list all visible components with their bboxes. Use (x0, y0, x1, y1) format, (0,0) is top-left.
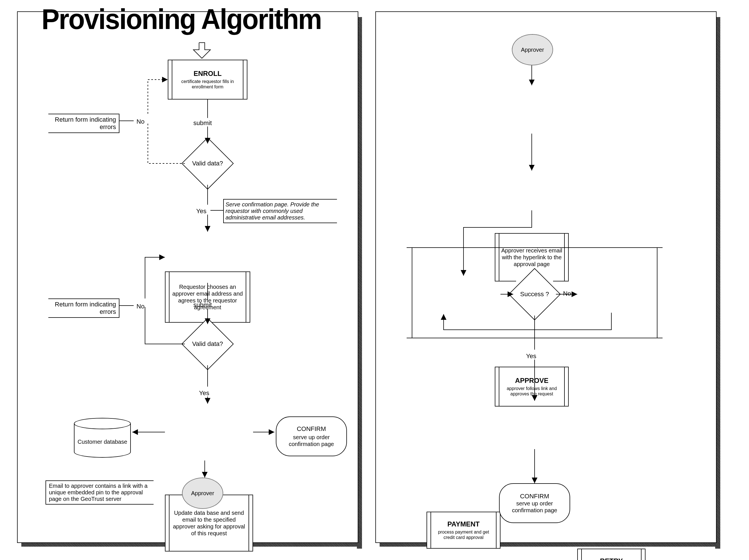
payment-heading: PAYMENT (447, 520, 479, 528)
confirm-right-heading: CONFIRM (520, 493, 549, 500)
submit2-label: submit (193, 301, 212, 309)
yes2-label: Yes (199, 389, 209, 397)
return-errors1: Return form indicating errors (48, 114, 120, 133)
approver-start-text: Approver (521, 46, 544, 53)
approve-sub: approver follows link and approves the r… (501, 386, 562, 396)
success-yes: Yes (526, 352, 536, 360)
enroll-heading: ENROLL (194, 70, 222, 78)
valid1-text: Valid data? (189, 145, 226, 182)
enroll-sub: certificate requestor fills in enrollmen… (174, 79, 241, 89)
yes1-label: Yes (196, 208, 207, 215)
process-approve: APPROVE approver follows link and approv… (495, 367, 569, 407)
payment-sub: process payment and get credit card appr… (433, 529, 494, 540)
submit1-label: submit (193, 120, 212, 127)
page-title: Provisioning Algorithm (42, 3, 321, 36)
email-note-text: Email to approver contains a link with a… (49, 483, 148, 502)
update-db-text: Update data base and send email to the s… (171, 510, 247, 537)
confirm-left-heading: CONFIRM (297, 425, 326, 433)
approver-start: Approver (512, 34, 553, 65)
approver-terminator-text: Approver (191, 490, 214, 497)
confirm-left-sub: serve up order confirmation page (282, 434, 341, 448)
process-choose-approver: Requestor chooses an approver email addr… (165, 272, 250, 323)
decision-valid2: Valid data? (189, 325, 226, 362)
confirm-left: CONFIRM serve up order confirmation page (276, 416, 347, 456)
valid2-text: Valid data? (189, 325, 226, 362)
confirm-right-sub: serve up order confirmation page (505, 500, 564, 514)
serve-confirm-note: Serve confirmation page. Provide the req… (223, 199, 337, 223)
decision-valid1: Valid data? (189, 145, 226, 182)
success-text: Success ? (516, 276, 553, 313)
decision-success: Success ? (516, 276, 553, 313)
success-no: No (563, 290, 571, 297)
customer-database: Customer database (74, 418, 131, 458)
process-enroll: ENROLL certificate requestor fills in en… (168, 60, 248, 100)
db-text: Customer database (78, 438, 127, 445)
return-errors1-text: Return form indicating errors (55, 116, 116, 130)
no2-label: No (136, 303, 145, 310)
process-retry: RETRY serve up payment failed page for r… (577, 548, 645, 560)
approver-terminator: Approver (182, 478, 223, 509)
no1-label: No (136, 118, 145, 125)
confirm-right: CONFIRM serve up order confirmation page (499, 483, 570, 523)
email-note: Email to approver contains a link with a… (45, 480, 153, 504)
return-errors2-text: Return form indicating errors (55, 301, 116, 315)
approve-heading: APPROVE (515, 376, 548, 385)
retry-heading: RETRY (600, 557, 623, 560)
process-payment: PAYMENT process payment and get credit c… (427, 512, 500, 548)
serve-confirm-text: Serve confirmation page. Provide the req… (226, 201, 319, 221)
return-errors2: Return form indicating errors (48, 299, 120, 318)
